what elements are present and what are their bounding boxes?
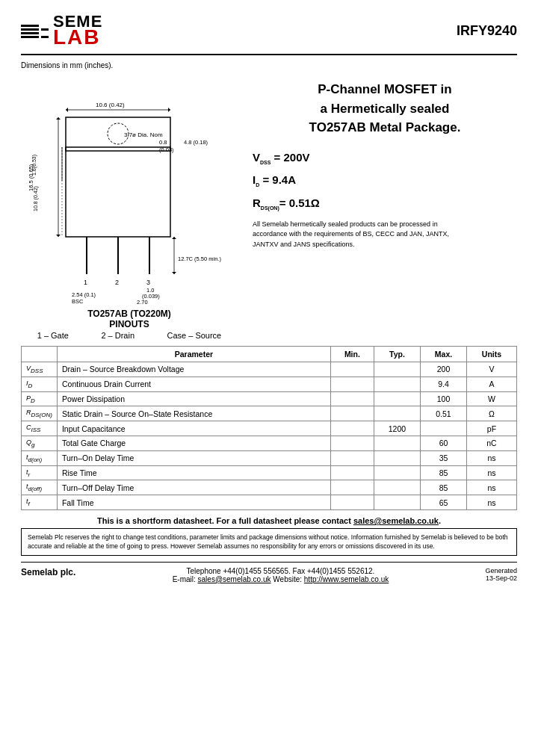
rds-sub: DS(ON)	[261, 205, 279, 211]
param-max: 9.4	[420, 377, 466, 391]
logo-lab: LAB	[53, 27, 102, 48]
param-symbol: tr	[22, 465, 58, 480]
param-typ	[374, 406, 420, 421]
param-typ	[374, 436, 420, 450]
svg-text:3: 3	[146, 279, 150, 286]
param-min	[330, 391, 374, 406]
vdss-sub: DSS	[260, 160, 270, 165]
footer-contact: Telephone +44(0)1455 556565. Fax +44(0)1…	[173, 567, 389, 583]
param-symbol: tf	[22, 495, 58, 510]
svg-text:2.70: 2.70	[137, 299, 148, 304]
svg-text:1.6(0.53): 1.6(0.53)	[31, 155, 37, 176]
table-row: VDSS Drain – Source Breakdown Voltage 20…	[22, 362, 517, 377]
param-min	[330, 450, 374, 465]
footer-fax-label: Fax	[291, 567, 307, 575]
param-max: 200	[420, 362, 466, 377]
logo-text: SEME LAB	[53, 13, 102, 48]
pin-row: 1 – Gate 2 – Drain Case – Source	[21, 331, 238, 340]
param-name: Rise Time	[57, 465, 330, 480]
param-name: Power Dissipation	[57, 391, 330, 406]
param-typ	[374, 480, 420, 495]
pin3-label: Case – Source	[167, 331, 221, 340]
shortform-email[interactable]: sales@semelab.co.uk	[353, 516, 439, 525]
param-units: ns	[466, 465, 516, 480]
param-max: 100	[420, 391, 466, 406]
table-row: tr Rise Time 85 ns	[22, 465, 517, 480]
svg-text:(0.03): (0.03)	[159, 146, 174, 153]
part-number: IRFY9240	[457, 23, 517, 39]
svg-text:12.7C (5.50 min.): 12.7C (5.50 min.)	[178, 255, 221, 262]
info-panel: P-Channel MOSFET in a Hermetically seale…	[253, 72, 517, 340]
table-row: td(on) Turn–On Delay Time 35 ns	[22, 450, 517, 465]
param-max: 0.51	[420, 406, 466, 421]
param-symbol: Qg	[22, 436, 58, 450]
page: SEME LAB IRFY9240 Dimensions in mm (inch…	[0, 0, 538, 756]
svg-text:0.8: 0.8	[159, 139, 167, 146]
param-name: Input Capacitance	[57, 421, 330, 436]
param-min	[330, 436, 374, 450]
shortform-note: This is a shortform datasheet. For a ful…	[21, 516, 517, 525]
main-content: 3.7ø Dia. Nom 1 2 3 10.6 (0.42)	[21, 72, 517, 340]
diagram-area: 3.7ø Dia. Nom 1 2 3 10.6 (0.42)	[21, 72, 238, 340]
footer-email-link[interactable]: sales@semelab.co.uk	[198, 575, 271, 583]
svg-text:1: 1	[84, 279, 87, 286]
param-symbol: CISS	[22, 421, 58, 436]
svg-text:4.8 (0.18): 4.8 (0.18)	[184, 139, 208, 146]
param-min	[330, 421, 374, 436]
param-symbol: RDS(ON)	[22, 406, 58, 421]
svg-marker-33	[172, 272, 176, 274]
param-max: 85	[420, 465, 466, 480]
col-units: Units	[466, 347, 516, 362]
param-name: Turn–Off Delay Time	[57, 480, 330, 495]
col-typ: Typ.	[374, 347, 420, 362]
param-name: Continuous Drain Current	[57, 377, 330, 391]
svg-text:2: 2	[115, 279, 119, 286]
param-symbol: td(on)	[22, 450, 58, 465]
dim-note: Dimensions in mm (inches).	[21, 61, 517, 69]
param-min	[330, 377, 374, 391]
param-symbol: td(off)	[22, 480, 58, 495]
table-row: PD Power Dissipation 100 W	[22, 391, 517, 406]
footer-email-label: E-mail:	[173, 575, 198, 583]
svg-marker-32	[172, 237, 176, 239]
param-units: V	[466, 362, 516, 377]
svg-rect-0	[66, 147, 170, 237]
spec-id: ID = 9.4A	[253, 172, 517, 189]
param-units: A	[466, 377, 516, 391]
logo: SEME LAB	[21, 13, 102, 48]
footer-fax: +44(0)1455 552612.	[307, 567, 374, 575]
param-max: 35	[420, 450, 466, 465]
param-units: W	[466, 391, 516, 406]
table-row: tf Fall Time 65 ns	[22, 495, 517, 510]
param-name: Total Gate Charge	[57, 436, 330, 450]
footer-phone-label: Telephone	[186, 567, 223, 575]
param-typ: 1200	[374, 421, 420, 436]
col-max: Max.	[420, 347, 466, 362]
param-units: ns	[466, 495, 516, 510]
pin2-label: 2 – Drain	[101, 331, 134, 340]
footer-company: Semelab plc.	[21, 567, 75, 577]
footer-website-label: Website:	[271, 575, 304, 583]
col-min: Min.	[330, 347, 374, 362]
svg-text:10.6 (0.42): 10.6 (0.42)	[96, 102, 125, 108]
table-row: CISS Input Capacitance 1200 pF	[22, 421, 517, 436]
svg-marker-11	[66, 108, 68, 112]
param-name: Turn–On Delay Time	[57, 450, 330, 465]
param-max: 65	[420, 495, 466, 510]
footer-website-link[interactable]: http://www.semelab.co.uk	[304, 575, 389, 583]
footer-generated: Generated 13-Sep-02	[485, 567, 517, 582]
param-min	[330, 465, 374, 480]
footer-phone: +44(0)1455 556565.	[223, 567, 290, 575]
param-symbol: ID	[22, 377, 58, 391]
header: SEME LAB IRFY9240	[21, 13, 517, 55]
legal-box: Semelab Plc reserves the right to change…	[21, 528, 517, 556]
param-units: pF	[466, 421, 516, 436]
param-typ	[374, 450, 420, 465]
svg-text:3.7ø Dia. Nom: 3.7ø Dia. Nom	[124, 131, 163, 138]
svg-text:10.8 (0.42): 10.8 (0.42)	[33, 186, 39, 211]
svg-text:2.54 (0.1): 2.54 (0.1)	[72, 291, 96, 298]
param-min	[330, 480, 374, 495]
footer: Semelab plc. Telephone +44(0)1455 556565…	[21, 562, 517, 583]
param-max: 85	[420, 480, 466, 495]
param-typ	[374, 391, 420, 406]
